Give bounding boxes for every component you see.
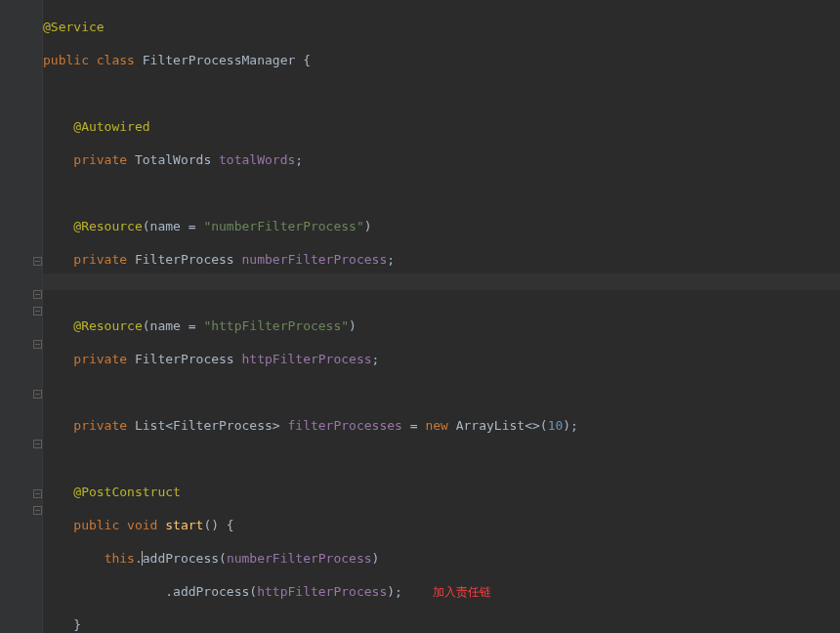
string: "httpFilterProcess" <box>203 318 349 333</box>
kw-public: public <box>43 53 89 67</box>
kw-private: private <box>73 152 127 167</box>
annotation: @PostConstruct <box>73 485 181 499</box>
field: numberFilterProcess <box>242 252 388 267</box>
kw-new: new <box>425 418 447 433</box>
type: List <box>135 418 165 433</box>
type: FilterProcess <box>135 352 234 366</box>
type: TotalWords <box>135 152 211 167</box>
kw-private: private <box>73 252 127 267</box>
fold-marker-icon[interactable] <box>33 506 42 515</box>
type: FilterProcess <box>135 252 234 267</box>
kw-class: class <box>97 53 135 67</box>
method-call: addProcess <box>143 551 219 566</box>
type: FilterProcess <box>173 418 273 433</box>
kw-this: this <box>105 551 135 566</box>
field: httpFilterProcess <box>257 584 387 599</box>
attr: name <box>150 219 181 233</box>
annotation: @Resource <box>73 219 142 233</box>
fold-marker-icon[interactable] <box>33 307 42 316</box>
attr: name <box>150 318 181 333</box>
fold-marker-icon[interactable] <box>33 390 42 399</box>
string: "numberFilterProcess" <box>203 219 363 233</box>
kw-void: void <box>127 518 157 532</box>
field: httpFilterProcess <box>242 352 372 366</box>
kw-private: private <box>73 352 127 366</box>
kw-private: private <box>73 418 127 433</box>
field: filterProcesses <box>287 418 401 433</box>
number: 10 <box>548 418 564 433</box>
code-area[interactable]: @Service public class FilterProcessManag… <box>43 2 578 633</box>
fold-marker-icon[interactable] <box>33 440 42 448</box>
field: totalWords <box>219 152 295 167</box>
annotation: @Resource <box>73 318 142 333</box>
field: numberFilterProcess <box>227 551 372 566</box>
fold-marker-icon[interactable] <box>33 340 42 349</box>
fold-marker-icon[interactable] <box>33 290 42 299</box>
editor-gutter <box>0 0 43 633</box>
annotation: @Autowired <box>73 119 149 134</box>
fold-marker-icon[interactable] <box>33 489 42 498</box>
method-call: addProcess <box>173 584 249 599</box>
fold-marker-icon[interactable] <box>33 257 42 266</box>
type: ArrayList <box>456 418 525 433</box>
inline-note: 加入责任链 <box>433 585 491 599</box>
kw-public: public <box>73 518 119 532</box>
class-name: FilterProcessManager <box>143 53 296 67</box>
method-decl: start <box>165 518 203 532</box>
annotation: @Service <box>43 20 105 34</box>
